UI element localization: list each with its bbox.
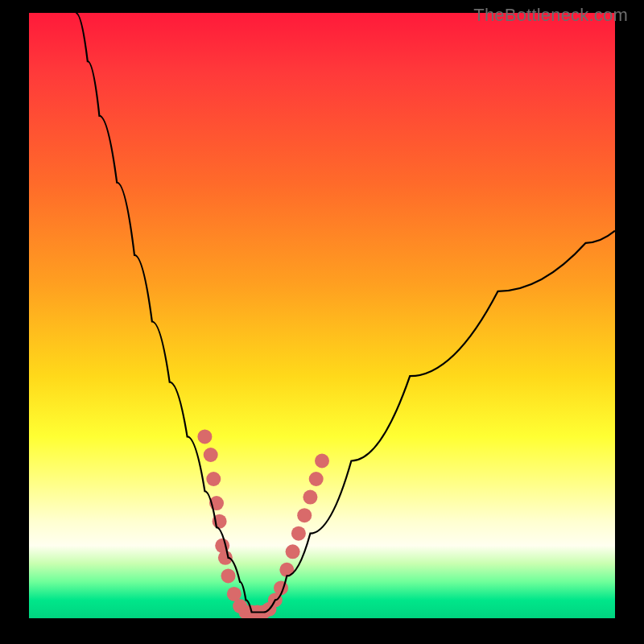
curve-layer [29, 13, 615, 618]
chart-frame: TheBottleneck.com [0, 0, 644, 644]
overlay-dot [204, 448, 218, 462]
overlay-dot [221, 568, 236, 583]
bottleneck-curve [76, 13, 615, 613]
overlay-dot [303, 490, 317, 505]
overlay-dot [297, 508, 312, 522]
overlay-dot [206, 472, 221, 486]
overlay-dot [197, 429, 212, 444]
overlay-dot [286, 544, 300, 559]
watermark-text: TheBottleneck.com [473, 5, 628, 26]
overlay-dot [315, 454, 329, 469]
overlay-dots [197, 429, 329, 618]
overlay-dot [309, 472, 324, 486]
plot-area [29, 13, 615, 618]
overlay-dot [291, 526, 306, 541]
